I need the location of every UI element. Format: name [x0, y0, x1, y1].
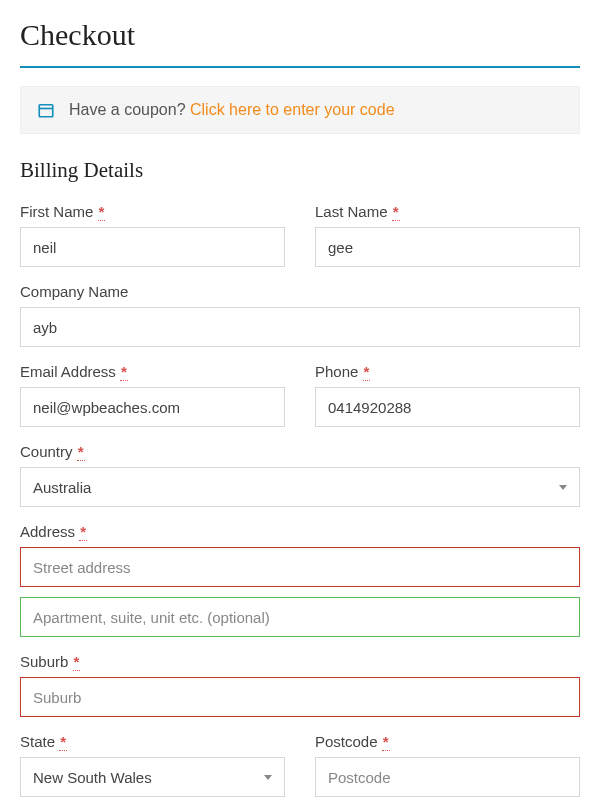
required-mark: * [79, 523, 87, 541]
country-label: Country * [20, 443, 580, 460]
required-mark: * [363, 363, 371, 381]
first-name-label: First Name * [20, 203, 285, 220]
coupon-question: Have a coupon? [69, 101, 190, 118]
state-select-value: New South Wales [33, 769, 152, 786]
coupon-banner: Have a coupon? Click here to enter your … [20, 86, 580, 134]
postcode-input[interactable] [315, 757, 580, 797]
last-name-label: Last Name * [315, 203, 580, 220]
company-name-label: Company Name [20, 283, 580, 300]
email-input[interactable] [20, 387, 285, 427]
email-label: Email Address * [20, 363, 285, 380]
first-name-input[interactable] [20, 227, 285, 267]
country-select[interactable]: Australia [20, 467, 580, 507]
page-title: Checkout [20, 18, 580, 52]
last-name-input[interactable] [315, 227, 580, 267]
required-mark: * [120, 363, 128, 381]
state-label: State * [20, 733, 285, 750]
svg-rect-0 [39, 105, 53, 117]
phone-input[interactable] [315, 387, 580, 427]
billing-details-heading: Billing Details [20, 158, 580, 183]
address-line2-input[interactable] [20, 597, 580, 637]
company-name-input[interactable] [20, 307, 580, 347]
required-mark: * [59, 733, 67, 751]
phone-label: Phone * [315, 363, 580, 380]
country-select-value: Australia [33, 479, 91, 496]
state-select[interactable]: New South Wales [20, 757, 285, 797]
address-label: Address * [20, 523, 580, 540]
coupon-icon [37, 101, 55, 119]
coupon-text: Have a coupon? Click here to enter your … [69, 101, 395, 119]
accent-divider [20, 66, 580, 68]
chevron-down-icon [559, 485, 567, 490]
postcode-label: Postcode * [315, 733, 580, 750]
required-mark: * [392, 203, 400, 221]
required-mark: * [77, 443, 85, 461]
address-line1-input[interactable] [20, 547, 580, 587]
coupon-toggle-link[interactable]: Click here to enter your code [190, 101, 395, 118]
suburb-label: Suburb * [20, 653, 580, 670]
required-mark: * [382, 733, 390, 751]
required-mark: * [73, 653, 81, 671]
chevron-down-icon [264, 775, 272, 780]
required-mark: * [98, 203, 106, 221]
suburb-input[interactable] [20, 677, 580, 717]
